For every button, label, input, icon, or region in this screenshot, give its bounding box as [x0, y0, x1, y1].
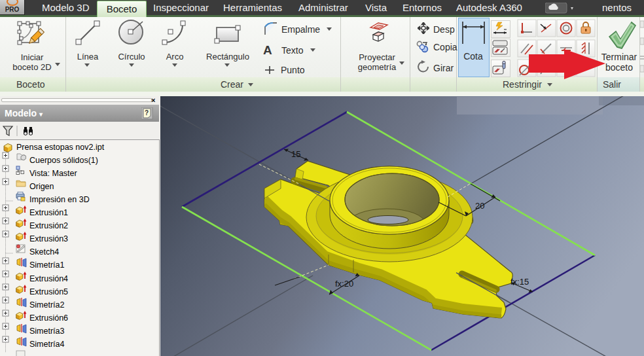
svg-text:20: 20 — [475, 201, 484, 211]
svg-text:?: ? — [145, 109, 149, 116]
svg-text:fx:20: fx:20 — [335, 279, 353, 289]
svg-text:fx:15: fx:15 — [510, 277, 529, 287]
svg-text:15: 15 — [291, 149, 300, 159]
